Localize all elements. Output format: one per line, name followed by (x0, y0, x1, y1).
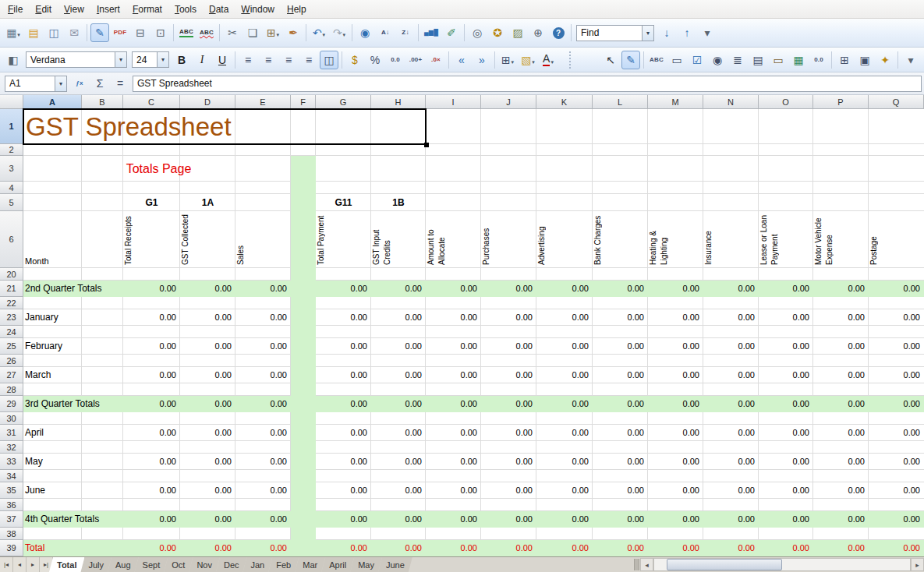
align-center-icon[interactable]: ≡ (259, 51, 278, 69)
edit-file-icon[interactable]: ✎ (90, 23, 109, 42)
cell-J39[interactable]: 0.00 (481, 540, 533, 556)
find-replace-icon[interactable]: ◎ (468, 23, 487, 42)
sheet-tab-sept[interactable]: Sept (135, 557, 168, 572)
cell-M37[interactable]: 0.00 (648, 511, 699, 528)
cell-D31[interactable]: 0.00 (180, 425, 232, 441)
column-title-J[interactable]: Purchases (481, 211, 536, 265)
cell-K27[interactable]: 0.00 (536, 367, 589, 383)
gallery-icon[interactable]: ▨ (508, 23, 527, 42)
cell-I25[interactable]: 0.00 (426, 338, 477, 355)
cell-N33[interactable]: 0.00 (703, 454, 755, 470)
row-header-37[interactable]: 37 (0, 511, 23, 528)
cell-G35[interactable]: 0.00 (316, 482, 367, 499)
cell-K35[interactable]: 0.00 (536, 482, 589, 499)
more-controls-icon[interactable]: ⊞ (835, 51, 854, 69)
column-title-L[interactable]: Bank Charges (593, 211, 648, 265)
cell-E29[interactable]: 0.00 (235, 396, 287, 412)
title-cell[interactable]: GST Spreadsheet (26, 109, 428, 144)
form-design-icon[interactable]: ▣ (855, 51, 874, 69)
column-header-P[interactable]: P (813, 95, 869, 109)
cell-M33[interactable]: 0.00 (648, 454, 699, 470)
cell-N37[interactable]: 0.00 (703, 511, 755, 528)
row-label-35[interactable]: June (25, 482, 123, 499)
menu-window[interactable]: Window (235, 0, 281, 18)
cell-J33[interactable]: 0.00 (481, 454, 533, 470)
open-icon[interactable]: ▤ (24, 23, 43, 42)
cell-D33[interactable]: 0.00 (180, 454, 232, 470)
delete-decimal-icon[interactable]: .0× (427, 51, 445, 69)
redo-icon[interactable]: ↷ (330, 23, 349, 42)
row-header-30[interactable]: 30 (0, 412, 23, 425)
cell-M21[interactable]: 0.00 (648, 281, 699, 297)
cell-H25[interactable]: 0.00 (371, 338, 422, 355)
column-header-H[interactable]: H (371, 95, 426, 109)
row-header-26[interactable]: 26 (0, 355, 23, 367)
cell-I39[interactable]: 0.00 (426, 540, 477, 556)
cell-N35[interactable]: 0.00 (703, 482, 755, 499)
cell-P35[interactable]: 0.00 (813, 482, 865, 499)
column-header-M[interactable]: M (648, 95, 703, 109)
row-header-33[interactable]: 33 (0, 454, 23, 470)
cell-E39[interactable]: 0.00 (235, 540, 287, 556)
cell-L29[interactable]: 0.00 (593, 396, 644, 412)
cell-C35[interactable]: 0.00 (123, 482, 176, 499)
underline-icon[interactable]: U (213, 51, 232, 69)
menu-help[interactable]: Help (281, 0, 313, 18)
h-scrollbar-track[interactable] (653, 558, 911, 571)
align-right-icon[interactable]: ≡ (279, 51, 298, 69)
cell-J35[interactable]: 0.00 (481, 482, 533, 499)
sheet-tab-may[interactable]: May (350, 557, 382, 572)
italic-icon[interactable]: I (193, 51, 211, 69)
column-header-B[interactable]: B (82, 95, 123, 109)
selection-handle[interactable] (424, 143, 429, 147)
cell-D27[interactable]: 0.00 (180, 367, 232, 383)
cell-G29[interactable]: 0.00 (316, 396, 367, 412)
cell-Q35[interactable]: 0.00 (869, 482, 920, 499)
cell-Q23[interactable]: 0.00 (869, 309, 920, 326)
cell-Q33[interactable]: 0.00 (869, 454, 920, 470)
menu-view[interactable]: View (58, 0, 90, 18)
row-header-36[interactable]: 36 (0, 499, 23, 511)
cell-I23[interactable]: 0.00 (426, 309, 477, 326)
sheet-tab-mar[interactable]: Mar (295, 557, 325, 572)
cell-K21[interactable]: 0.00 (536, 281, 589, 297)
cell-I21[interactable]: 0.00 (426, 281, 477, 297)
row-label-39[interactable]: Total (25, 540, 123, 556)
row-label-21[interactable]: 2nd Quarter Totals (25, 281, 123, 297)
merge-cells-icon[interactable]: ◫ (320, 51, 338, 69)
cell-J21[interactable]: 0.00 (481, 281, 533, 297)
column-title-C[interactable]: Total Receipts (123, 211, 180, 265)
row-header-35[interactable]: 35 (0, 482, 23, 499)
cell-P37[interactable]: 0.00 (813, 511, 865, 528)
cell-I37[interactable]: 0.00 (426, 511, 477, 528)
row-header-2[interactable]: 2 (0, 144, 23, 156)
cell-H33[interactable]: 0.00 (371, 454, 422, 470)
sheet-tab-june[interactable]: June (378, 557, 412, 572)
sheet-tab-july[interactable]: July (80, 557, 112, 572)
row-header-24[interactable]: 24 (0, 326, 23, 338)
cell-C25[interactable]: 0.00 (123, 338, 176, 355)
column-title-O[interactable]: Lease or Loan Payment (759, 211, 813, 265)
cell-O25[interactable]: 0.00 (759, 338, 809, 355)
column-header-L[interactable]: L (593, 95, 648, 109)
cell-L37[interactable]: 0.00 (593, 511, 644, 528)
cell-O39[interactable]: 0.00 (759, 540, 809, 556)
combo-box-icon[interactable]: ▤ (749, 51, 767, 69)
cell-K39[interactable]: 0.00 (536, 540, 589, 556)
cut-icon[interactable]: ✂ (223, 23, 242, 42)
cell-O31[interactable]: 0.00 (759, 425, 809, 441)
sum-icon[interactable]: Σ (90, 74, 109, 93)
cell-E27[interactable]: 0.00 (235, 367, 287, 383)
row-label-27[interactable]: March (25, 367, 123, 383)
row-header-5[interactable]: 5 (0, 194, 23, 211)
add-decimal-icon[interactable]: .00+ (406, 51, 425, 69)
cell-Q27[interactable]: 0.00 (869, 367, 920, 383)
cell-Q37[interactable]: 0.00 (869, 511, 920, 528)
row-label-37[interactable]: 4th Quarter Totals (25, 511, 123, 528)
cell-P33[interactable]: 0.00 (813, 454, 865, 470)
copy-icon[interactable]: ❏ (243, 23, 262, 42)
email-icon[interactable]: ✉ (65, 23, 83, 42)
cell-C33[interactable]: 0.00 (123, 454, 176, 470)
cell-reference-value[interactable]: A1 (5, 78, 55, 89)
month-label[interactable]: Month (25, 255, 83, 267)
